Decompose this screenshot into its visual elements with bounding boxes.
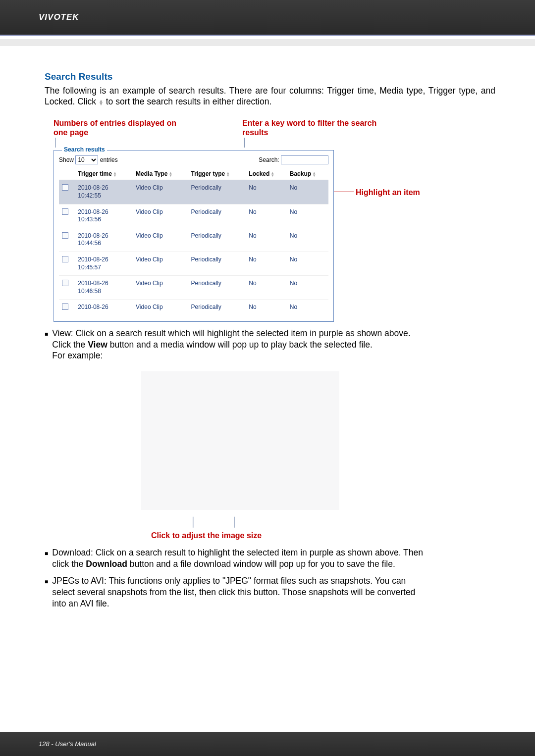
checkbox-icon[interactable] [62,208,68,215]
callout-filter-text: Enter a key word to filter the search re… [242,119,376,137]
highlight-label: Highlight an item [356,188,420,198]
bullet-view: ■ View: Click on a search result which w… [45,328,495,361]
bullet-icon: ■ [45,578,48,609]
callout-tick-right: │ [242,138,247,147]
bullet-jpeg-avi-text: JPEGs to AVI: This functions only applie… [52,575,415,609]
intro-line-1: The following is an example of search re… [45,86,425,96]
callout-entries: Numbers of entries displayed on one page… [54,118,182,147]
table-row[interactable]: 2010-08-2610:42:55Video ClipPeriodically… [59,180,328,204]
view-button-name: View [88,340,107,350]
bullet-jpeg-avi: ■ JPEGs to AVI: This functions only appl… [45,575,495,609]
media-player-placeholder: │ │ [141,371,339,528]
entries-control: Show 10 entries [59,155,118,164]
table-row[interactable]: 2010-08-2610:46:58Video ClipPeriodically… [59,276,328,300]
cell-backup: No [287,276,328,300]
col-media-type[interactable]: Media Type▲▼ [133,168,188,180]
bullet-view-text: View: Click on a search result which wil… [52,328,410,361]
col-trigger-time[interactable]: Trigger time▲▼ [75,168,133,180]
cell-media: Video Clip [133,252,188,275]
cell-type: Periodically [188,228,246,252]
cell-type: Periodically [188,252,246,275]
cell-trigger-time: 2010-08-2610:44:56 [75,228,133,252]
cell-locked: No [246,228,286,252]
callout-tick-left: │ [54,138,58,147]
tick-icon: │ [191,516,196,528]
cell-backup: No [287,228,328,252]
cell-checkbox[interactable] [59,204,75,228]
bullet-icon: ■ [45,331,48,361]
cell-checkbox[interactable] [59,276,75,300]
cell-backup: No [287,300,328,316]
table-row[interactable]: 2010-08-2610:44:56Video ClipPeriodically… [59,228,328,252]
search-control: Search: [259,155,328,164]
table-row[interactable]: 2010-08-26Video ClipPeriodicallyNoNo [59,300,328,316]
table-header-row: Trigger time▲▼ Media Type▲▼ Trigger type… [59,168,328,180]
panel-legend: Search results [62,146,107,154]
bullet-icon: ■ [45,550,48,570]
cell-locked: No [246,180,286,204]
brand-logo: VIVOTEK [39,12,79,22]
cell-media: Video Clip [133,204,188,228]
cell-type: Periodically [188,300,246,316]
sort-icon: ▲▼ [99,100,104,105]
highlight-connector [334,192,354,192]
checkbox-icon[interactable] [62,280,68,286]
cell-locked: No [246,204,286,228]
page-footer: 128 - User's Manual [0,732,535,756]
col-backup[interactable]: Backup▲▼ [287,168,328,180]
cell-checkbox[interactable] [59,228,75,252]
search-results-screenshot: Search results Show 10 entries Search: [45,150,495,322]
sort-icon: ▲▼ [113,172,117,177]
entries-select[interactable]: 10 [75,155,98,164]
results-table: Trigger time▲▼ Media Type▲▼ Trigger type… [59,168,328,316]
header-divider [0,35,535,36]
main-content: Search Results The following is an examp… [0,46,535,609]
panel-controls-row: Show 10 entries Search: [59,155,328,164]
cell-checkbox[interactable] [59,252,75,275]
checkbox-icon[interactable] [62,303,68,310]
col-checkbox [59,168,75,180]
media-clip-area [141,371,339,510]
callout-entries-text: Numbers of entries displayed on one page [54,119,176,137]
cell-type: Periodically [188,204,246,228]
cell-trigger-time: 2010-08-2610:46:58 [75,276,133,300]
cell-locked: No [246,300,286,316]
callout-filter: Enter a key word to filter the search re… [242,118,381,147]
sort-icon: ▲▼ [169,172,173,177]
show-label-post: entries [100,156,118,163]
bullet-download: ■ Download: Click on a search result to … [45,547,495,570]
cell-trigger-time: 2010-08-26 [75,300,133,316]
cell-media: Video Clip [133,180,188,204]
cell-locked: No [246,276,286,300]
col-locked[interactable]: Locked▲▼ [246,168,286,180]
col-trigger-type[interactable]: Trigger type▲▼ [188,168,246,180]
section-title: Search Results [45,71,495,83]
sort-icon: ▲▼ [270,172,274,177]
cell-trigger-time: 2010-08-2610:43:56 [75,204,133,228]
cell-media: Video Clip [133,276,188,300]
checkbox-icon[interactable] [62,256,68,262]
cell-checkbox[interactable] [59,180,75,204]
checkbox-icon[interactable] [62,184,68,191]
checkbox-icon[interactable] [62,232,68,239]
cell-type: Periodically [188,276,246,300]
search-label: Search: [259,156,279,163]
cell-locked: No [246,252,286,275]
sort-icon: ▲▼ [226,172,230,177]
page-header: VIVOTEK [0,0,535,35]
footer-text: 128 - User's Manual [39,740,96,748]
search-input[interactable] [281,155,328,164]
callouts-row: Numbers of entries displayed on one page… [45,118,495,147]
table-row[interactable]: 2010-08-2610:43:56Video ClipPeriodically… [59,204,328,228]
cell-type: Periodically [188,180,246,204]
cell-media: Video Clip [133,228,188,252]
cell-trigger-time: 2010-08-2610:45:57 [75,252,133,275]
cell-checkbox[interactable] [59,300,75,316]
search-results-panel: Search results Show 10 entries Search: [54,150,334,322]
media-control-ticks: │ │ [191,516,238,528]
cell-trigger-time: 2010-08-2610:42:55 [75,180,133,204]
cell-backup: No [287,204,328,228]
table-row[interactable]: 2010-08-2610:45:57Video ClipPeriodically… [59,252,328,275]
adjust-image-size-label: Click to adjust the image size [151,531,495,541]
tick-icon: │ [232,516,237,528]
